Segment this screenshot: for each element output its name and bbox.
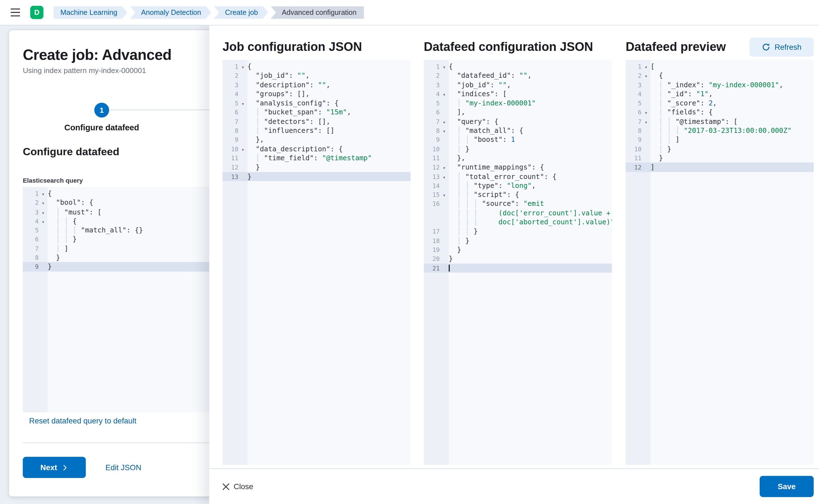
code-line[interactable]: 1▾{ — [424, 62, 612, 71]
code-line[interactable]: 10▾ "data_description": { — [223, 144, 411, 154]
job-config-title: Job configuration JSON — [223, 40, 362, 54]
close-button[interactable]: Close — [223, 482, 253, 491]
flyout-footer: Close Save — [210, 468, 819, 504]
code-line[interactable]: 1▾[ — [626, 62, 814, 71]
code-line[interactable]: 9 }, — [223, 135, 411, 144]
code-line[interactable]: 9 │ │ ] — [626, 135, 814, 144]
menu-icon[interactable] — [7, 4, 23, 20]
fold-arrow-icon[interactable]: ▾ — [642, 109, 651, 118]
code-line[interactable]: 12▾ "runtime_mappings": { — [424, 163, 612, 172]
code-line[interactable]: 10 │ } — [626, 144, 814, 154]
code-line[interactable]: 14 │ │ "type": "long", — [424, 181, 612, 190]
fold-arrow-icon[interactable]: ▾ — [642, 72, 651, 81]
code-line[interactable]: 7▾ │ │ "@timestamp": [ — [626, 117, 814, 126]
fold-arrow-icon[interactable]: ▾ — [39, 218, 48, 227]
line-number: 6 — [626, 108, 642, 117]
code-line[interactable]: 16 │ │ │ "source": "emit — [424, 199, 612, 208]
fold-arrow-icon[interactable]: ▾ — [440, 90, 449, 100]
fold-arrow-icon[interactable]: ▾ — [440, 118, 449, 127]
line-number: 21 — [424, 264, 440, 273]
code-line[interactable]: 2 "job_id": "", — [223, 71, 411, 80]
edit-json-link[interactable]: Edit JSON — [105, 457, 141, 478]
fold-arrow-icon[interactable]: ▾ — [239, 145, 248, 155]
code-line[interactable]: 9 │ │ "boost": 1 — [424, 135, 612, 144]
user-avatar[interactable]: D — [30, 6, 43, 19]
fold-arrow-icon[interactable]: ▾ — [39, 208, 48, 218]
code-line[interactable]: 17 │ │ } — [424, 227, 612, 236]
breadcrumb-machine-learning[interactable]: Machine Learning — [53, 6, 127, 19]
code-line[interactable]: 19 } — [424, 245, 612, 254]
code-line[interactable]: 11 }, — [424, 154, 612, 163]
code-line[interactable]: 6 │ "bucket_span": "15m", — [223, 108, 411, 117]
hamburger-icon — [11, 8, 20, 16]
code-line[interactable]: 18 │ } — [424, 236, 612, 245]
index-pattern-subtitle: Using index pattern my-index-000001 — [23, 66, 146, 75]
save-button[interactable]: Save — [760, 476, 814, 497]
fold-arrow-icon[interactable]: ▾ — [440, 63, 449, 72]
code-line[interactable]: 8 │ "influencers": [] — [223, 126, 411, 135]
fold-arrow-icon[interactable]: ▾ — [642, 118, 651, 127]
line-number: 2 — [424, 72, 440, 81]
code-line[interactable]: 5 │ "my-index-000001" — [424, 98, 612, 108]
fold-arrow-icon[interactable]: ▾ — [39, 199, 48, 208]
fold-arrow-icon[interactable]: ▾ — [642, 63, 651, 72]
datafeed-preview-title: Datafeed preview — [626, 40, 726, 54]
code-line[interactable]: │ │ │ doc['aborted_count'].value)" — [424, 218, 612, 227]
job-config-editor[interactable]: 1▾{2 "job_id": "",3 "description": "",4 … — [223, 60, 411, 465]
code-line[interactable]: 3 │ "_index": "my-index-000001", — [626, 80, 814, 90]
page-title: Create job: Advanced — [23, 46, 171, 64]
line-number: 9 — [223, 136, 239, 145]
code-line[interactable]: 4 │ "_id": "1", — [626, 90, 814, 99]
fold-arrow-icon[interactable]: ▾ — [440, 164, 449, 173]
fold-arrow-icon[interactable]: ▾ — [39, 190, 48, 199]
next-button[interactable]: Next — [23, 457, 86, 478]
code-line[interactable]: 3 "job_id": "", — [424, 80, 612, 90]
code-line[interactable]: 4 "groups": [], — [223, 90, 411, 99]
code-line[interactable]: 6 ], — [424, 108, 612, 117]
breadcrumb-create-job[interactable]: Create job — [214, 6, 268, 19]
step-1-indicator[interactable]: 1 — [94, 103, 109, 117]
line-number: 3 — [223, 81, 239, 90]
code-line[interactable]: 11 │ "time_field": "@timestamp" — [223, 154, 411, 163]
code-line[interactable]: 10 │ } — [424, 144, 612, 154]
line-number: 9 — [23, 263, 39, 272]
code-line[interactable]: 12] — [626, 163, 814, 172]
datafeed-config-editor[interactable]: 1▾{2 "datafeed_id": "",3 "job_id": "",4▾… — [424, 60, 612, 465]
code-line[interactable]: 1▾{ — [223, 62, 411, 71]
code-line[interactable]: 5 │ "_score": 2, — [626, 98, 814, 108]
code-line[interactable]: 3 "description": "", — [223, 80, 411, 90]
code-line[interactable]: 7 │ "detectors": [], — [223, 117, 411, 126]
fold-arrow-icon[interactable]: ▾ — [239, 100, 248, 109]
code-line[interactable]: │ │ │ (doc['error_count'].value + — [424, 208, 612, 218]
refresh-button[interactable]: Refresh — [750, 37, 814, 56]
fold-arrow-icon[interactable]: ▾ — [239, 63, 248, 72]
line-number: 2 — [626, 72, 642, 81]
code-line[interactable]: 8 │ │ │ "2017-03-23T13:00:00.000Z" — [626, 126, 814, 135]
line-number: 20 — [424, 255, 440, 264]
code-line[interactable]: 15▾ │ │ "script": { — [424, 190, 612, 199]
code-line[interactable]: 8▾ │ "match_all": { — [424, 126, 612, 135]
code-line[interactable]: 2 "datafeed_id": "", — [424, 71, 612, 80]
code-line[interactable]: 5▾ "analysis_config": { — [223, 98, 411, 108]
code-line[interactable]: 11 } — [626, 154, 814, 163]
fold-arrow-icon[interactable]: ▾ — [440, 173, 449, 182]
code-line[interactable]: 2▾ { — [626, 71, 814, 80]
fold-arrow-icon[interactable]: ▾ — [440, 127, 449, 136]
code-line[interactable]: 6▾ │ "fields": { — [626, 108, 814, 117]
code-line[interactable]: 13} — [223, 172, 411, 181]
code-line[interactable]: 13▾ │ "total_error_count": { — [424, 172, 612, 181]
datafeed-preview-editor[interactable]: 1▾[2▾ {3 │ "_index": "my-index-000001",4… — [626, 60, 814, 465]
code-line[interactable]: 21 — [424, 263, 612, 273]
line-number: 11 — [424, 154, 440, 163]
code-line[interactable]: 4▾ "indices": [ — [424, 90, 612, 99]
breadcrumb-anomaly-detection[interactable]: Anomaly Detection — [130, 6, 211, 19]
reset-query-link[interactable]: Reset datafeed query to default — [29, 416, 136, 425]
code-line[interactable]: 12 } — [223, 163, 411, 172]
code-line[interactable]: 7▾ "query": { — [424, 117, 612, 126]
line-number: 2 — [23, 199, 39, 208]
line-number: 1 — [223, 62, 239, 72]
fold-arrow-icon[interactable]: ▾ — [440, 191, 449, 201]
line-number: 15 — [424, 191, 440, 200]
arrow-right-icon — [61, 464, 68, 471]
code-line[interactable]: 20} — [424, 254, 612, 263]
